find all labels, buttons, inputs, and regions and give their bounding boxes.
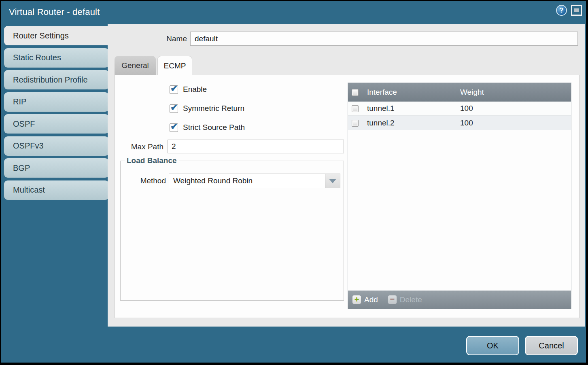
method-dropdown[interactable]: Weighted Round Robin	[169, 174, 340, 188]
sidebar: Router Settings Static Routes Redistribu…	[4, 26, 109, 200]
table-row[interactable]: tunnel.2 100	[348, 116, 571, 130]
load-balance-fieldset: Load Balance Method Weighted Round Robin	[120, 161, 344, 301]
dialog-title: Virtual Router - default	[9, 7, 100, 17]
sidebar-item-bgp[interactable]: BGP	[4, 158, 109, 178]
interface-table: Interface Weight tunnel.1 100 tunnel.2 1…	[348, 83, 571, 309]
add-button[interactable]: + Add	[352, 295, 378, 304]
sidebar-item-static-routes[interactable]: Static Routes	[4, 48, 109, 68]
ecmp-tab-content: Enable Symmetric Return Strict Source Pa…	[115, 75, 580, 318]
max-path-input[interactable]	[168, 140, 344, 153]
symmetric-return-label: Symmetric Return	[183, 104, 244, 113]
strict-source-path-checkbox[interactable]	[170, 123, 178, 132]
delete-button[interactable]: − Delete	[388, 295, 422, 304]
cancel-button[interactable]: Cancel	[525, 336, 578, 355]
tab-ecmp[interactable]: ECMP	[157, 56, 192, 75]
symmetric-return-checkbox[interactable]	[170, 104, 178, 113]
tab-general[interactable]: General	[115, 56, 156, 75]
sidebar-item-rip[interactable]: RIP	[4, 92, 109, 112]
minus-icon: −	[388, 295, 397, 304]
ok-button[interactable]: OK	[466, 336, 519, 355]
help-icon[interactable]: ?	[556, 5, 567, 16]
strict-source-path-row: Strict Source Path	[170, 123, 245, 132]
method-label: Method	[121, 176, 166, 185]
load-balance-legend: Load Balance	[125, 156, 179, 165]
enable-label: Enable	[183, 85, 207, 94]
virtual-router-dialog: Virtual Router - default ? Router Settin…	[1, 1, 586, 363]
table-row[interactable]: tunnel.1 100	[348, 102, 571, 116]
add-button-label: Add	[364, 295, 378, 304]
symmetric-return-row: Symmetric Return	[170, 104, 244, 113]
sidebar-item-ospfv3[interactable]: OSPFv3	[4, 136, 109, 156]
max-path-label: Max Path	[115, 142, 163, 151]
enable-row: Enable	[170, 85, 207, 94]
plus-icon: +	[352, 295, 361, 304]
row-checkbox[interactable]	[352, 120, 359, 127]
interface-cell: tunnel.1	[362, 102, 455, 115]
select-all-checkbox[interactable]	[352, 89, 359, 96]
sidebar-item-router-settings[interactable]: Router Settings	[4, 26, 110, 45]
screen: Virtual Router - default ? Router Settin…	[0, 0, 588, 365]
window-restore-icon[interactable]	[571, 5, 582, 16]
interface-cell: tunnel.2	[362, 116, 455, 130]
strict-source-path-label: Strict Source Path	[183, 123, 245, 132]
titlebar: Virtual Router - default ?	[1, 1, 586, 24]
window-restore-glyph	[574, 8, 579, 12]
row-checkbox[interactable]	[352, 105, 359, 112]
table-header-row: Interface Weight	[348, 83, 571, 102]
name-input[interactable]	[190, 32, 578, 46]
weight-column-header[interactable]: Weight	[455, 83, 571, 102]
sidebar-item-multicast[interactable]: Multicast	[4, 180, 109, 200]
method-value: Weighted Round Robin	[173, 176, 253, 185]
table-footer: + Add − Delete	[348, 291, 571, 309]
weight-cell: 100	[455, 102, 571, 115]
chevron-down-icon[interactable]	[325, 174, 340, 188]
sidebar-item-redistribution-profile[interactable]: Redistribution Profile	[4, 70, 109, 89]
weight-cell: 100	[455, 116, 571, 130]
interface-column-header[interactable]: Interface	[362, 83, 455, 102]
name-label: Name	[108, 34, 187, 43]
sidebar-item-ospf[interactable]: OSPF	[4, 114, 109, 134]
delete-button-label: Delete	[400, 295, 422, 304]
enable-checkbox[interactable]	[170, 85, 178, 94]
main-panel: Name General ECMP Enable Symmetric Retur…	[108, 24, 585, 327]
